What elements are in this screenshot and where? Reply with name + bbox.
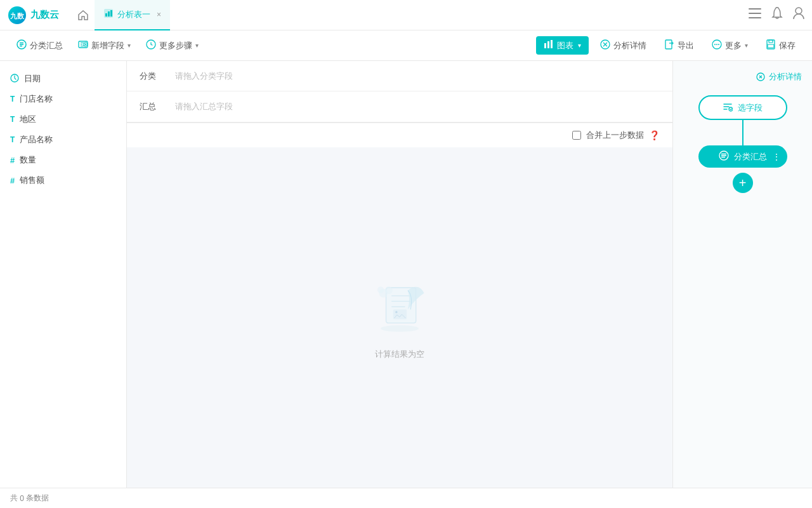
field-store-name[interactable]: T 门店名称	[0, 89, 126, 109]
add-field-chevron-icon: ▾	[128, 42, 131, 49]
summary-drop-area[interactable]: 请拖入汇总字段	[165, 93, 660, 120]
more-button[interactable]: 更多 ▾	[705, 36, 754, 55]
chart-icon	[544, 39, 554, 51]
classify-summary-node-label: 分类汇总	[734, 151, 767, 163]
more-steps-icon	[146, 39, 156, 51]
classify-drop-area[interactable]: 请拖入分类字段	[165, 63, 660, 90]
svg-rect-6	[749, 8, 761, 10]
svg-rect-5	[110, 10, 112, 17]
field-type-number-icon-2: #	[10, 176, 15, 185]
tab-bar: 分析表一 ×	[95, 0, 749, 30]
svg-rect-7	[749, 13, 761, 14]
more-label: 更多	[725, 40, 742, 51]
svg-point-36	[395, 311, 397, 313]
svg-rect-18	[665, 40, 672, 49]
pipeline-connector-1	[742, 120, 743, 145]
left-panel: 日期 T 门店名称 T 地区 T 产品名称 # 数量 # 销售额	[0, 61, 127, 488]
field-sales-amount-label: 销售额	[20, 175, 44, 186]
classify-drop-row: 分类 请拖入分类字段	[127, 61, 672, 91]
more-icon	[712, 39, 722, 51]
pipeline-classify-summary-node[interactable]: 分类汇总 ⋮	[698, 145, 787, 168]
field-region-label: 地区	[20, 114, 36, 125]
svg-point-27	[381, 325, 419, 331]
svg-point-21	[716, 44, 717, 45]
svg-point-20	[714, 44, 716, 45]
field-type-text-icon-3: T	[10, 135, 15, 144]
field-region[interactable]: T 地区	[0, 109, 126, 130]
add-step-button[interactable]: +	[733, 173, 753, 193]
top-nav-right	[749, 7, 804, 23]
center-panel: 分类 请拖入分类字段 汇总 请拖入汇总字段 合并上一步数据 ❓	[127, 61, 672, 488]
analysis-detail-right-label: 分析详情	[769, 71, 802, 83]
more-steps-button[interactable]: 更多步骤 ▾	[140, 36, 205, 55]
top-nav: 九数 九数云 分析表一 ×	[0, 0, 812, 30]
home-button[interactable]	[72, 4, 95, 27]
toolbar-right: 图表 ▾ 分析详情 导出	[536, 36, 802, 55]
logo-text: 九数云	[30, 9, 59, 21]
tab-icon	[103, 8, 114, 20]
drop-zone-container: 分类 请拖入分类字段 汇总 请拖入汇总字段	[127, 61, 672, 123]
pipeline-select-field-node[interactable]: 选字段	[698, 95, 787, 120]
merge-row: 合并上一步数据 ❓	[127, 123, 672, 147]
empty-illustration	[362, 275, 438, 338]
node-more-icon[interactable]: ⋮	[772, 152, 781, 162]
user-icon[interactable]	[793, 7, 804, 23]
field-type-number-icon-1: #	[10, 156, 15, 165]
classify-summary-label: 分类汇总	[30, 40, 63, 51]
more-steps-label: 更多步骤	[159, 40, 192, 51]
export-icon	[664, 39, 674, 51]
save-button[interactable]: 保存	[759, 36, 802, 55]
summary-drop-row: 汇总 请拖入汇总字段	[127, 91, 672, 122]
add-field-button[interactable]: 新增字段 ▾	[72, 36, 137, 55]
empty-state-text: 计算结果为空	[375, 349, 424, 360]
svg-point-22	[718, 44, 719, 45]
classify-summary-button[interactable]: 分类汇总	[10, 36, 69, 55]
merge-help-icon[interactable]: ❓	[649, 130, 660, 140]
classify-drop-label: 分类	[140, 70, 165, 82]
tab-close-button[interactable]: ×	[157, 10, 161, 19]
chart-label: 图表	[557, 40, 573, 51]
menu-icon[interactable]	[749, 8, 761, 22]
svg-rect-16	[551, 40, 553, 48]
field-date-label: 日期	[24, 73, 41, 84]
export-button[interactable]: 导出	[658, 36, 700, 55]
notification-icon[interactable]	[771, 7, 783, 23]
select-field-node-label: 选字段	[738, 102, 763, 114]
analysis-detail-right-button[interactable]: 分析详情	[673, 69, 812, 90]
empty-state: 计算结果为空	[127, 147, 672, 488]
record-count-prefix: 共	[10, 493, 18, 504]
svg-rect-25	[768, 44, 774, 48]
svg-rect-15	[547, 41, 549, 48]
tab-analysis-one[interactable]: 分析表一 ×	[95, 0, 170, 30]
svg-rect-35	[393, 309, 407, 319]
classify-summary-icon	[16, 39, 27, 51]
logo[interactable]: 九数 九数云	[8, 6, 59, 25]
field-type-date-icon	[10, 74, 19, 84]
add-step-icon: +	[739, 176, 747, 190]
field-date[interactable]: 日期	[0, 69, 126, 89]
save-label: 保存	[779, 40, 796, 51]
field-quantity-label: 数量	[20, 154, 36, 166]
export-label: 导出	[678, 40, 694, 51]
select-field-node-icon	[723, 102, 733, 114]
svg-rect-24	[769, 40, 773, 43]
more-chevron-icon: ▾	[745, 42, 748, 49]
svg-rect-4	[108, 11, 110, 17]
add-field-label: 新增字段	[91, 40, 124, 51]
merge-label: 合并上一步数据	[586, 130, 644, 141]
merge-checkbox[interactable]	[572, 131, 581, 140]
analysis-detail-toolbar-button[interactable]: 分析详情	[594, 36, 653, 55]
analysis-detail-icon	[600, 39, 610, 51]
bottom-bar: 共 0 条数据	[0, 488, 812, 508]
chart-button[interactable]: 图表 ▾	[536, 36, 589, 55]
field-quantity[interactable]: # 数量	[0, 150, 126, 170]
classify-summary-node-icon	[719, 150, 729, 163]
summary-drop-label: 汇总	[140, 101, 165, 112]
svg-rect-14	[544, 43, 546, 48]
field-sales-amount[interactable]: # 销售额	[0, 170, 126, 190]
svg-rect-3	[105, 13, 107, 17]
tab-label: 分析表一	[117, 9, 150, 20]
save-icon	[766, 39, 776, 51]
field-type-text-icon-1: T	[10, 95, 15, 104]
field-product-name[interactable]: T 产品名称	[0, 130, 126, 150]
